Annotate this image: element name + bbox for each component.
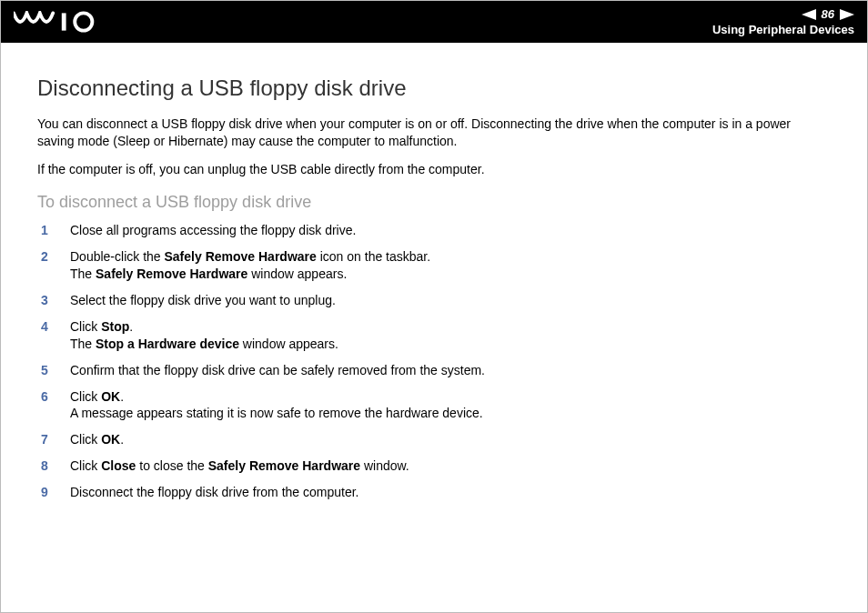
step-text: .: [120, 389, 124, 404]
svg-point-1: [75, 13, 92, 30]
content-area: Disconnecting a USB floppy disk drive Yo…: [1, 43, 867, 612]
step-bold-text: OK: [101, 389, 120, 404]
page-title: Disconnecting a USB floppy disk drive: [37, 74, 831, 103]
step-bold-text: Safely Remove Hardware: [208, 458, 360, 473]
step-text: Confirm that the floppy disk drive can b…: [70, 363, 485, 377]
step-text: Double-click the: [70, 249, 165, 264]
next-page-icon[interactable]: [840, 9, 854, 20]
step-text: window appears.: [239, 337, 338, 351]
prev-page-icon[interactable]: [802, 9, 816, 20]
step-item: Click OK.A message appears stating it is…: [37, 388, 831, 423]
step-bold-text: Safely Remove Hardware: [96, 266, 247, 281]
step-text: Disconnect the floppy disk drive from th…: [70, 485, 358, 499]
step-text: Select the floppy disk drive you want to…: [70, 293, 336, 307]
procedure-steps: Close all programs accessing the floppy …: [37, 222, 831, 501]
intro-paragraph-2: If the computer is off, you can unplug t…: [37, 161, 831, 178]
header-bar: 86 Using Peripheral Devices: [1, 1, 867, 43]
step-text: Click: [70, 458, 101, 473]
step-bold-text: Stop: [101, 319, 129, 334]
step-text: icon on the taskbar.: [317, 249, 430, 264]
header-right: 86 Using Peripheral Devices: [712, 7, 854, 36]
step-text: Click: [70, 389, 101, 404]
intro-paragraph-1: You can disconnect a USB floppy disk dri…: [37, 116, 831, 150]
step-bold-text: Stop a Hardware device: [96, 337, 239, 351]
document-page: 86 Using Peripheral Devices Disconnectin…: [0, 0, 868, 613]
step-text: window appears.: [247, 266, 347, 281]
step-text: .: [129, 319, 133, 334]
step-text: Click: [70, 432, 101, 447]
svg-rect-0: [62, 13, 66, 30]
vaio-logo: [14, 11, 101, 33]
step-text: Click: [70, 319, 101, 334]
step-text: The: [70, 337, 96, 351]
step-text: to close the: [136, 458, 207, 473]
step-item: Click Close to close the Safely Remove H…: [37, 457, 831, 475]
step-text: The: [70, 266, 96, 281]
page-nav: 86: [802, 7, 854, 21]
step-item: Select the floppy disk drive you want to…: [37, 292, 831, 309]
step-item: Click Stop.The Stop a Hardware device wi…: [37, 318, 831, 353]
step-bold-text: Safely Remove Hardware: [165, 249, 317, 264]
step-text: window.: [360, 458, 409, 473]
page-number: 86: [822, 7, 834, 21]
step-text: .: [120, 432, 124, 447]
step-item: Confirm that the floppy disk drive can b…: [37, 362, 831, 379]
procedure-heading: To disconnect a USB floppy disk drive: [37, 191, 831, 213]
step-bold-text: OK: [101, 432, 120, 447]
breadcrumb: Using Peripheral Devices: [712, 23, 854, 36]
step-bold-text: Close: [101, 458, 136, 473]
step-item: Double-click the Safely Remove Hardware …: [37, 248, 831, 283]
step-text: Close all programs accessing the floppy …: [70, 223, 356, 237]
step-text: A message appears stating it is now safe…: [70, 406, 483, 420]
vaio-logo-svg: [14, 11, 101, 33]
step-item: Close all programs accessing the floppy …: [37, 222, 831, 239]
step-item: Click OK.: [37, 431, 831, 448]
step-item: Disconnect the floppy disk drive from th…: [37, 484, 831, 501]
